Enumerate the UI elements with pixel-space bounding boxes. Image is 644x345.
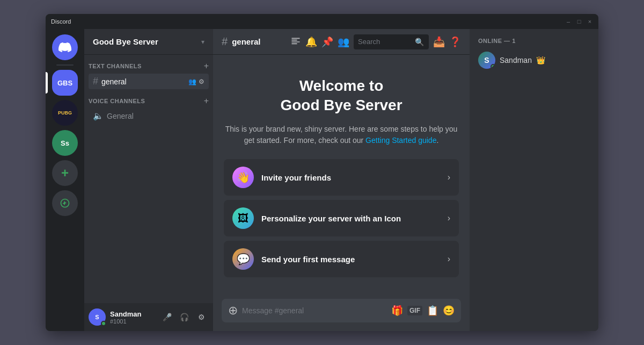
personalize-label: Personalize your server with an Icon <box>261 214 440 223</box>
user-avatar: S <box>89 308 106 326</box>
text-channels-label: TEXT CHANNELS <box>89 63 142 69</box>
server-divider <box>56 64 74 66</box>
add-server-button[interactable]: + <box>52 160 78 186</box>
welcome-section: Welcome toGood Bye Server This is your b… <box>224 76 459 278</box>
channel-header-actions: 🔔 📌 👥 🔍 📥 ❓ <box>290 34 461 49</box>
add-member-icon[interactable]: 👥 <box>188 78 196 85</box>
member-badge-sandman: 👑 <box>536 56 545 64</box>
title-bar: Discord – □ × <box>46 14 598 29</box>
user-settings-button[interactable]: ⚙ <box>194 310 209 325</box>
channel-header: # general 🔔 📌 👥 🔍 📥 <box>213 29 470 55</box>
server-header-name: Good Bye Server <box>93 37 158 46</box>
text-channels-category: TEXT CHANNELS + <box>84 59 213 73</box>
voice-channel-general[interactable]: 🔈 General <box>89 109 209 123</box>
user-tag: #1001 <box>110 318 155 325</box>
invite-friends-icon: 👋 <box>232 167 254 188</box>
server-initials-gbs: GBS <box>57 79 72 87</box>
title-bar-label: Discord <box>51 18 71 25</box>
welcome-subtitle: This is your brand new, shiny server. He… <box>224 124 459 146</box>
gift-icon[interactable]: 🎁 <box>391 305 403 317</box>
member-name-sandman: Sandman <box>500 56 532 64</box>
server-initials-ss: Ss <box>61 139 69 147</box>
voice-channels-label: VOICE CHANNELS <box>89 98 145 104</box>
channel-hash-icon: # <box>93 76 98 87</box>
channel-item-general[interactable]: # general 👥 ⚙ <box>89 74 209 89</box>
mute-button[interactable]: 🎤 <box>159 310 174 325</box>
channel-list: TEXT CHANNELS + # general 👥 ⚙ VOICE CHAN… <box>84 55 213 303</box>
message-input-area: ⊕ 🎁 GIF 📋 😊 <box>213 299 470 331</box>
deafen-button[interactable]: 🎧 <box>177 310 192 325</box>
channel-name-general: general <box>101 77 127 86</box>
message-add-button[interactable]: ⊕ <box>228 304 238 318</box>
channel-sidebar: Good Bye Server ▾ TEXT CHANNELS + # gene… <box>84 29 213 331</box>
main-layout: GBS PUBG Ss + Good Bye Server ▾ <box>46 29 598 331</box>
inbox-icon[interactable]: 📥 <box>433 36 445 48</box>
invite-chevron-icon: › <box>448 172 450 182</box>
app-window: Discord – □ × GBS PUBG Ss <box>46 14 598 331</box>
minimize-button[interactable]: – <box>565 18 572 25</box>
invite-friends-label: Invite your friends <box>261 173 440 182</box>
server-icon-gbs[interactable]: GBS <box>52 70 78 96</box>
username: Sandman <box>110 310 155 318</box>
search-input[interactable] <box>358 38 412 46</box>
user-avatar-initials: S <box>95 314 99 320</box>
server-header-arrow-icon: ▾ <box>201 38 204 46</box>
help-icon[interactable]: ❓ <box>449 36 461 48</box>
user-info: Sandman #1001 <box>110 310 155 325</box>
members-sidebar: ONLINE — 1 S Sandman 👑 <box>470 29 598 331</box>
server-initials-pubg: PUBG <box>58 110 72 116</box>
action-cards: 👋 Invite your friends › 🖼 Personalize yo… <box>224 159 459 277</box>
voice-channels-category: VOICE CHANNELS + <box>84 94 213 108</box>
pin-icon[interactable]: 📌 <box>321 36 333 48</box>
welcome-title: Welcome toGood Bye Server <box>280 76 402 116</box>
user-controls: 🎤 🎧 ⚙ <box>159 310 209 325</box>
getting-started-link[interactable]: Getting Started guide <box>365 136 436 145</box>
add-server-icon: + <box>61 166 69 181</box>
search-bar[interactable]: 🔍 <box>354 34 429 49</box>
channel-header-hash-icon: # <box>222 35 228 48</box>
notification-icon[interactable]: 🔔 <box>305 36 317 48</box>
action-card-message[interactable]: 💬 Send your first message › <box>224 241 459 277</box>
add-text-channel-button[interactable]: + <box>204 61 209 71</box>
search-icon: 🔍 <box>415 38 424 46</box>
voice-icon: 🔈 <box>93 111 104 121</box>
action-card-personalize[interactable]: 🖼 Personalize your server with an Icon › <box>224 200 459 236</box>
message-input-box: ⊕ 🎁 GIF 📋 😊 <box>222 299 461 322</box>
main-content: # general 🔔 📌 👥 🔍 📥 <box>213 29 470 331</box>
settings-icon[interactable]: ⚙ <box>199 78 204 85</box>
message-actions: 🎁 GIF 📋 😊 <box>391 305 455 317</box>
member-status-indicator <box>491 64 495 69</box>
personalize-chevron-icon: › <box>448 213 450 223</box>
user-area: S Sandman #1001 🎤 🎧 ⚙ <box>84 303 213 331</box>
maximize-button[interactable]: □ <box>576 18 582 25</box>
message-text-input[interactable] <box>242 306 387 315</box>
personalize-icon: 🖼 <box>232 207 254 229</box>
server-icon-pubg[interactable]: PUBG <box>52 100 78 126</box>
sticker-icon[interactable]: 📋 <box>427 305 438 317</box>
server-icon-discord[interactable] <box>52 34 78 60</box>
channel-actions: 👥 ⚙ <box>188 78 204 85</box>
message-icon: 💬 <box>232 248 254 270</box>
title-bar-controls: – □ × <box>565 18 593 25</box>
member-item-sandman[interactable]: S Sandman 👑 <box>474 48 594 72</box>
gif-icon[interactable]: GIF <box>407 306 422 315</box>
user-status-indicator <box>101 321 106 326</box>
close-button[interactable]: × <box>587 18 593 25</box>
message-chevron-icon: › <box>448 254 450 264</box>
discover-server-button[interactable] <box>52 190 78 216</box>
chat-area: Welcome toGood Bye Server This is your b… <box>213 55 470 299</box>
action-card-invite[interactable]: 👋 Invite your friends › <box>224 159 459 196</box>
server-icon-ss[interactable]: Ss <box>52 130 78 156</box>
members-section-title: ONLINE — 1 <box>474 38 594 44</box>
server-list: GBS PUBG Ss + <box>46 29 84 331</box>
voice-channel-name: General <box>107 112 134 120</box>
server-header[interactable]: Good Bye Server ▾ <box>84 29 213 55</box>
member-avatar-sandman: S <box>478 52 495 69</box>
message-label: Send your first message <box>261 255 440 264</box>
threads-icon[interactable] <box>290 37 301 47</box>
add-voice-channel-button[interactable]: + <box>204 96 209 106</box>
members-icon[interactable]: 👥 <box>338 36 349 48</box>
emoji-icon[interactable]: 😊 <box>443 305 455 317</box>
channel-header-name: general <box>232 37 260 46</box>
